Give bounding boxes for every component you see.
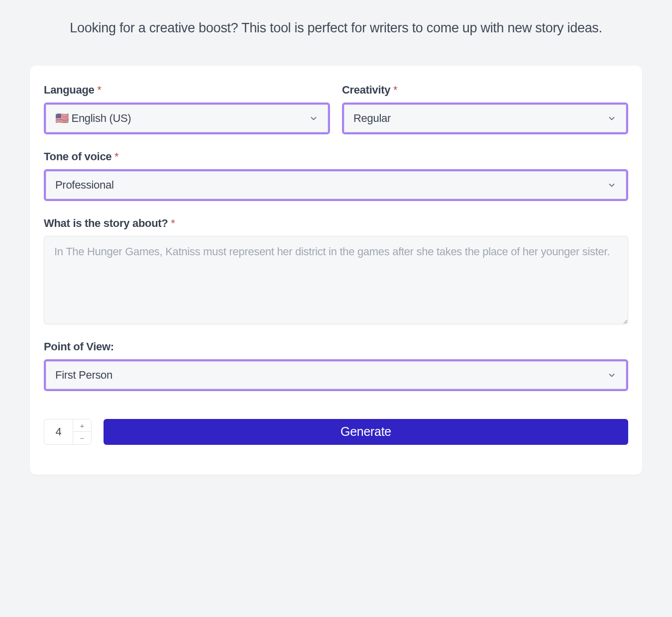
- required-marker: *: [97, 84, 101, 96]
- creativity-value: Regular: [353, 112, 391, 125]
- tone-field: Tone of voice * Professional: [44, 150, 628, 201]
- form-card: Language * 🇺🇸 English (US) Creativity *: [30, 66, 642, 475]
- chevron-down-icon: [607, 370, 617, 380]
- pov-value: First Person: [55, 369, 112, 382]
- generate-button[interactable]: Generate: [104, 419, 628, 445]
- quantity-decrement[interactable]: −: [73, 432, 91, 444]
- tone-label: Tone of voice *: [44, 150, 628, 163]
- tone-select[interactable]: Professional: [46, 171, 626, 199]
- story-label: What is the story about? *: [44, 217, 628, 230]
- chevron-down-icon: [309, 113, 319, 123]
- story-textarea[interactable]: [44, 236, 628, 324]
- creativity-field: Creativity * Regular: [342, 84, 628, 134]
- chevron-down-icon: [607, 180, 617, 190]
- story-field: What is the story about? *: [44, 217, 628, 324]
- language-select[interactable]: 🇺🇸 English (US): [46, 104, 328, 132]
- language-value: 🇺🇸 English (US): [55, 112, 131, 125]
- required-marker: *: [393, 84, 397, 96]
- minus-icon: −: [80, 434, 85, 442]
- required-marker: *: [114, 150, 118, 163]
- required-marker: *: [171, 217, 175, 229]
- language-label: Language *: [44, 84, 330, 97]
- language-label-text: Language: [44, 84, 95, 96]
- quantity-increment[interactable]: +: [73, 419, 91, 432]
- creativity-label: Creativity *: [342, 84, 628, 97]
- quantity-value[interactable]: 4: [44, 419, 73, 444]
- tone-label-text: Tone of voice: [44, 150, 112, 163]
- language-field: Language * 🇺🇸 English (US): [44, 84, 330, 134]
- story-label-text: What is the story about?: [44, 217, 168, 229]
- pov-field: Point of View: First Person: [44, 340, 628, 391]
- pov-select-wrapper: First Person: [44, 359, 628, 391]
- pov-label: Point of View:: [44, 340, 628, 353]
- plus-icon: +: [80, 422, 85, 429]
- creativity-select-wrapper: Regular: [342, 103, 628, 134]
- chevron-down-icon: [607, 113, 617, 123]
- page-subtitle: Looking for a creative boost? This tool …: [30, 0, 642, 66]
- actions-row: 4 + − Generate: [44, 419, 628, 445]
- quantity-stepper: 4 + −: [44, 419, 92, 445]
- pov-select[interactable]: First Person: [46, 361, 626, 389]
- creativity-label-text: Creativity: [342, 84, 390, 96]
- language-select-wrapper: 🇺🇸 English (US): [44, 103, 330, 134]
- stepper-buttons: + −: [73, 419, 91, 444]
- tone-select-wrapper: Professional: [44, 169, 628, 201]
- tone-value: Professional: [55, 179, 113, 192]
- creativity-select[interactable]: Regular: [344, 104, 626, 132]
